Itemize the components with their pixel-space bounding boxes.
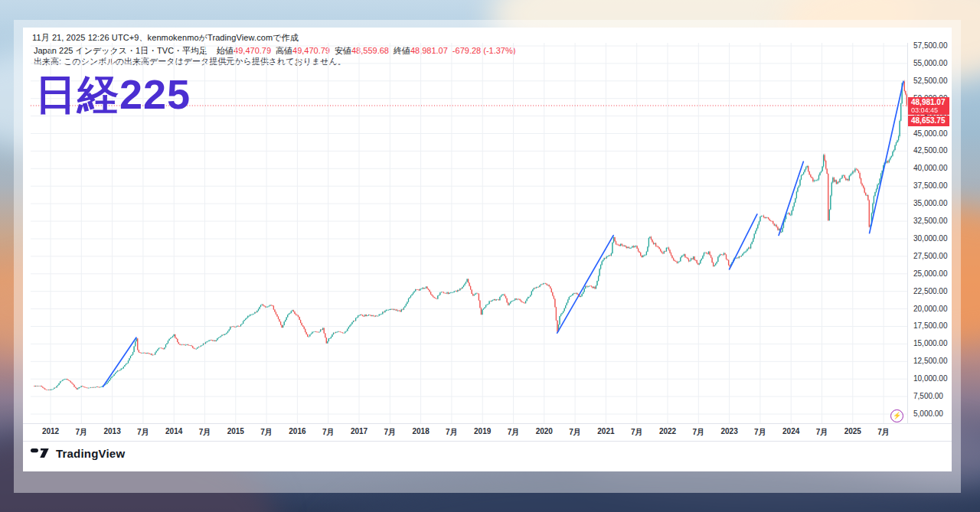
x-tick-label: 7月: [315, 427, 342, 438]
axis-separator-bottom: [23, 441, 952, 442]
x-tick-label: 2017: [345, 427, 373, 435]
x-tick-label: 2021: [592, 427, 619, 435]
secondary-price-badge: 48,653.75: [908, 116, 949, 126]
x-tick-label: 2020: [531, 427, 558, 435]
x-tick-label: 7月: [623, 427, 651, 438]
screenshot-stage: 11月 21, 2025 12:26 UTC+9、kenmokenmoがTrad…: [0, 0, 980, 512]
x-tick-label: 2019: [469, 427, 496, 435]
y-tick-label: 32,500.00: [913, 217, 948, 225]
y-tick-label: 25,000.00: [913, 269, 948, 278]
y-tick-label: 5,000.00: [913, 409, 943, 418]
chart-snapshot-frame: 11月 21, 2025 12:26 UTC+9、kenmokenmoがTrad…: [14, 20, 961, 493]
x-tick-label: 7月: [500, 427, 528, 438]
last-price-badge: 48,981.07 03:04:45: [908, 97, 949, 115]
y-tick-label: 35,000.00: [913, 199, 948, 207]
y-tick-label: 20,000.00: [913, 305, 948, 313]
x-tick-label: 2018: [407, 427, 435, 435]
x-tick-label: 2022: [654, 427, 681, 435]
countdown-timer: 03:04:45: [911, 106, 946, 114]
chart-card: 11月 21, 2025 12:26 UTC+9、kenmokenmoがTrad…: [23, 28, 952, 471]
tradingview-logo-text: TradingView: [56, 447, 125, 460]
x-tick-label: 2024: [777, 427, 805, 435]
x-tick-label: 7月: [808, 427, 836, 438]
y-tick-label: 52,500.00: [913, 77, 948, 85]
x-tick-label: 7月: [129, 427, 157, 438]
y-tick-label: 37,500.00: [913, 181, 948, 190]
x-tick-label: 2015: [222, 427, 250, 435]
axis-separator-top: [23, 423, 952, 424]
x-tick-label: 2025: [839, 427, 867, 435]
x-tick-label: 2014: [160, 427, 188, 435]
flash-icon[interactable]: ⚡: [890, 409, 903, 422]
tradingview-logo[interactable]: TradingView: [31, 446, 125, 460]
y-tick-label: 10,000.00: [913, 374, 948, 383]
tradingview-logo-icon: [31, 446, 51, 460]
x-tick-label: 7月: [376, 427, 403, 438]
y-tick-label: 17,500.00: [913, 321, 948, 330]
y-tick-label: 55,000.00: [913, 59, 948, 67]
chart-title-annotation: 日経225: [35, 72, 191, 117]
x-tick-label: 2023: [716, 427, 743, 435]
x-tick-label: 7月: [438, 427, 466, 438]
x-tick-label: 7月: [870, 427, 897, 438]
x-tick-label: 7月: [67, 427, 95, 438]
y-tick-label: 15,000.00: [913, 339, 948, 347]
x-tick-label: 2013: [99, 427, 126, 435]
y-tick-label: 22,500.00: [913, 287, 948, 295]
x-tick-label: 7月: [684, 427, 712, 438]
last-price-value: 48,981.07: [911, 98, 946, 106]
y-tick-label: 27,500.00: [913, 252, 948, 260]
y-tick-label: 57,500.00: [913, 41, 948, 50]
x-tick-label: 2012: [37, 427, 64, 435]
x-tick-label: 7月: [253, 427, 280, 438]
x-tick-label: 7月: [746, 427, 774, 438]
y-tick-label: 45,000.00: [913, 129, 948, 138]
x-tick-label: 2016: [283, 427, 311, 435]
y-tick-label: 12,500.00: [913, 357, 948, 365]
y-tick-label: 42,500.00: [913, 146, 948, 155]
x-tick-label: 7月: [191, 427, 219, 438]
y-tick-label: 7,500.00: [913, 392, 943, 400]
y-tick-label: 40,000.00: [913, 164, 948, 172]
price-badges: 48,981.07 03:04:45 48,653.75: [908, 97, 949, 126]
y-tick-label: 30,000.00: [913, 234, 948, 243]
x-tick-label: 7月: [561, 427, 589, 438]
